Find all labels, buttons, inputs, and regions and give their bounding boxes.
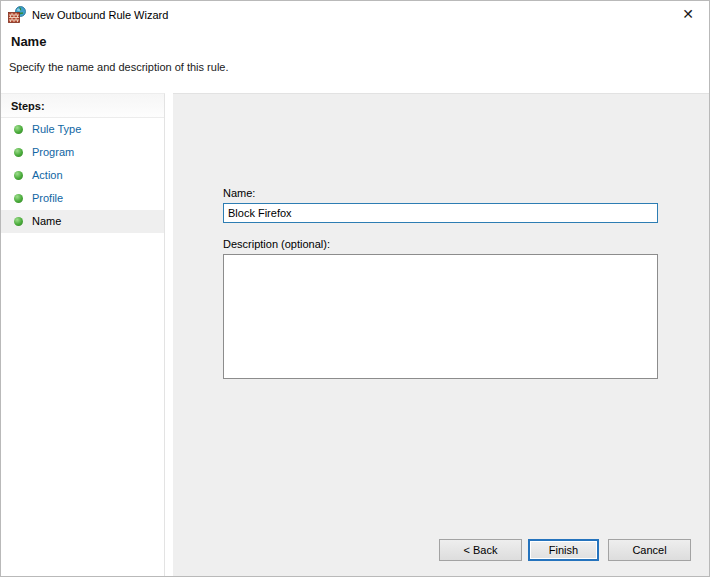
green-bullet-icon [14,171,23,180]
sidebar-item-name[interactable]: Name [1,210,164,233]
green-bullet-icon [14,125,23,134]
description-field-label: Description (optional): [223,238,330,250]
step-label: Rule Type [32,123,81,135]
sidebar-item-program[interactable]: Program [1,141,164,164]
finish-button[interactable]: Finish [528,539,599,561]
window-title: New Outbound Rule Wizard [32,9,168,21]
sidebar-item-action[interactable]: Action [1,164,164,187]
green-bullet-icon [14,217,23,226]
title-bar: New Outbound Rule Wizard ✕ [1,1,709,29]
page-subtitle: Specify the name and description of this… [9,61,229,73]
green-bullet-icon [14,148,23,157]
rule-description-textarea[interactable] [223,254,658,379]
firewall-wizard-icon [8,6,27,23]
cancel-button[interactable]: Cancel [608,539,691,561]
step-label: Profile [32,192,63,204]
sidebar-item-rule-type[interactable]: Rule Type [1,118,164,141]
sidebar-item-profile[interactable]: Profile [1,187,164,210]
back-button[interactable]: < Back [439,539,522,561]
wizard-content-panel: Name: Description (optional): < Back Fin… [173,93,710,577]
page-title: Name [11,34,46,49]
rule-name-input[interactable] [223,203,658,223]
step-label: Action [32,169,63,181]
green-bullet-icon [14,194,23,203]
step-label: Program [32,146,74,158]
steps-heading: Steps: [1,94,164,118]
steps-sidebar: Steps: Rule Type Program Action Profile … [1,93,165,577]
name-field-label: Name: [223,187,255,199]
new-outbound-rule-wizard-window: { "window": { "title": "New Outbound Rul… [0,0,710,577]
close-icon[interactable]: ✕ [675,4,701,24]
step-label: Name [32,215,61,227]
